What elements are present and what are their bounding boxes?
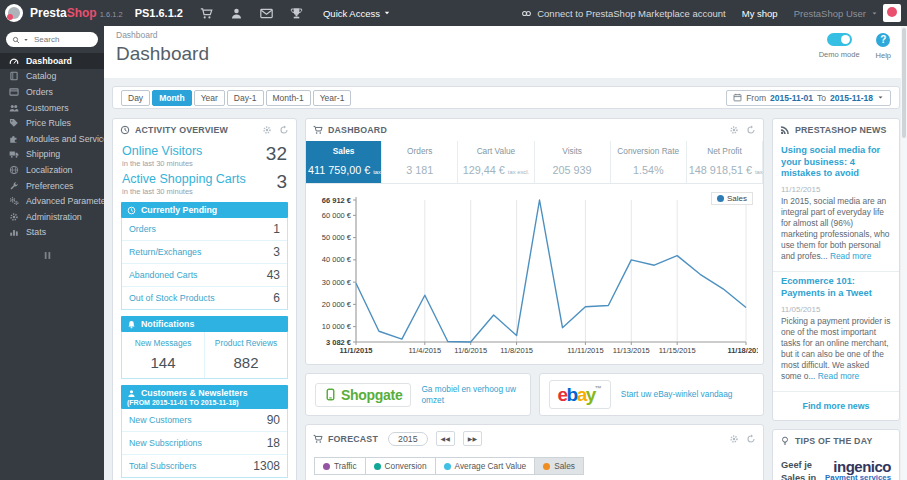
sidebar-item-label: Catalog [26,71,56,81]
search-scope-caret-icon[interactable] [23,37,29,43]
notification-cell[interactable]: Product Reviews 882 [204,332,287,378]
user-menu[interactable]: PrestaShop User [794,4,901,22]
kpi-tab[interactable]: Visits 205 939 [535,141,611,183]
forecast-year[interactable]: 2015 [388,432,428,446]
scrollbar-thumb[interactable] [902,28,906,138]
sidebar-item[interactable]: Stats [0,225,104,241]
sidebar-item[interactable]: Advanced Parameters [0,193,104,209]
chevron-down-icon [877,94,884,101]
metric-dot [543,463,550,470]
help-icon[interactable]: ? [876,33,890,47]
refresh-icon[interactable] [279,125,289,135]
svg-text:66 912 €: 66 912 € [322,196,352,205]
menu-collapse-icon[interactable] [42,250,53,261]
scrollbar[interactable] [901,26,907,480]
period-button[interactable]: Month-1 [266,90,311,106]
kpi-tab[interactable]: Sales 411 759,00 € tax excl. [306,141,382,183]
forecast-metric-tab[interactable]: Average Cart Value [435,457,536,475]
gear-icon[interactable] [729,125,739,135]
sidebar-item[interactable]: Shipping [0,147,104,163]
tips-of-the-day-panel: TIPS OF THE DAY ingenico Payment service… [772,429,900,480]
notification-label: Product Reviews [207,338,285,348]
news-article-title[interactable]: Ecommerce 101: Payments in a Tweet [781,276,891,299]
period-button[interactable]: Month [152,90,192,106]
svg-text:20 000 €: 20 000 € [322,300,352,309]
shopgate-link[interactable]: Ga mobiel en verhoog uw omzet [421,384,520,406]
truck-icon [9,149,19,159]
cart-icon [313,434,323,444]
row-link[interactable]: New Customers [129,415,192,425]
forecast-prev-button[interactable]: ◀◀ [436,431,455,446]
read-more-link[interactable]: Read more [818,371,859,381]
row-value: 90 [267,413,280,427]
kpi-label: Orders [384,146,455,156]
period-button[interactable]: Year [194,90,225,106]
help-button[interactable]: ? Help [876,33,891,60]
find-more-news-link[interactable]: Find more news [773,392,899,420]
date-range-picker[interactable]: From 2015-11-01 To 2015-11-18 [726,90,891,106]
sidebar-item[interactable]: Modules and Services [0,131,104,147]
news-article-date: 11/12/2015 [781,185,891,194]
stat-link[interactable]: Online Visitors [122,144,202,158]
sidebar-item[interactable]: Localization [0,162,104,178]
kpi-tab[interactable]: Cart Value 129,44 € tax excl. [458,141,534,183]
my-shop-link[interactable]: My shop [742,8,778,19]
metric-label: Conversion [385,461,427,471]
sidebar-item[interactable]: Catalog [0,69,104,85]
row-link[interactable]: Out of Stock Products [129,293,215,303]
customers-icon[interactable] [230,7,243,20]
search-input[interactable] [32,34,84,45]
refresh-icon[interactable] [746,125,756,135]
row-value: 43 [267,268,280,282]
marketplace-link[interactable]: Connect to PrestaShop Marketplace accoun… [521,8,726,19]
forecast-metric-tab[interactable]: Conversion [365,457,436,475]
ebay-link[interactable]: Start uw eBay-winkel vandaag [621,389,733,400]
notification-cell[interactable]: New Messages 144 [122,332,204,378]
sidebar-item[interactable]: Administration [0,209,104,225]
sidebar-item[interactable]: Dashboard [0,53,104,69]
period-button[interactable]: Year-1 [313,90,352,106]
kpi-tab[interactable]: Orders 3 181 [382,141,458,183]
row-link[interactable]: Orders [129,224,156,234]
svg-text:11/4/2015: 11/4/2015 [408,346,441,355]
sidebar-item[interactable]: Preferences [0,178,104,194]
row-link[interactable]: Total Subscribers [129,461,196,471]
tag-icon [9,118,19,128]
sidebar-menu: Dashboard Catalog Orders Customers Price… [0,53,104,240]
notifications-table: New Messages 144 Product Reviews 882 [121,332,288,379]
kpi-tab[interactable]: Conversion Rate 1.54% [611,141,687,183]
wrench-icon [9,181,19,191]
period-button[interactable]: Day-1 [227,90,264,106]
row-link[interactable]: Abandoned Carts [129,270,197,280]
sidebar-item[interactable]: Orders [0,84,104,100]
cart-icon[interactable] [200,7,213,20]
toggle-switch[interactable] [827,33,852,46]
row-link[interactable]: New Subscriptions [129,438,202,448]
period-button[interactable]: Day [121,90,150,106]
read-more-link[interactable]: Read more [830,251,871,261]
news-article-title[interactable]: Using social media for your business: 4 … [781,145,891,180]
chart-legend: Sales [711,192,753,205]
sidebar-search[interactable] [6,32,98,47]
sidebar-item[interactable]: Customers [0,100,104,116]
ebay-promo-panel: ebay™ Start uw eBay-winkel vandaag [539,373,765,416]
quick-access-menu[interactable]: Quick Access [323,8,391,19]
row-link[interactable]: Return/Exchanges [129,247,201,257]
gear-icon[interactable] [729,434,739,444]
forecast-next-button[interactable]: ▶▶ [463,431,482,446]
stat-link[interactable]: Active Shopping Carts [122,172,246,186]
refresh-icon[interactable] [746,434,756,444]
svg-text:11/15/2015: 11/15/2015 [659,346,696,355]
demo-mode-toggle[interactable]: Demo mode [819,33,860,60]
prestashop-news-panel: PRESTASHOP NEWS Using social media for y… [772,118,900,421]
forecast-metric-tab[interactable]: Sales [534,457,584,475]
gear-icon[interactable] [262,125,272,135]
trophy-icon[interactable] [290,7,303,20]
messages-icon[interactable] [260,7,273,20]
svg-text:50 000 €: 50 000 € [322,233,352,242]
forecast-metric-tab[interactable]: Traffic [314,457,366,475]
kpi-label: Visits [537,146,608,156]
sidebar-item-label: Modules and Services [26,134,104,144]
sidebar-item[interactable]: Price Rules [0,115,104,131]
kpi-tab[interactable]: Net Profit 148 918,51 € tax excl. [687,141,763,183]
